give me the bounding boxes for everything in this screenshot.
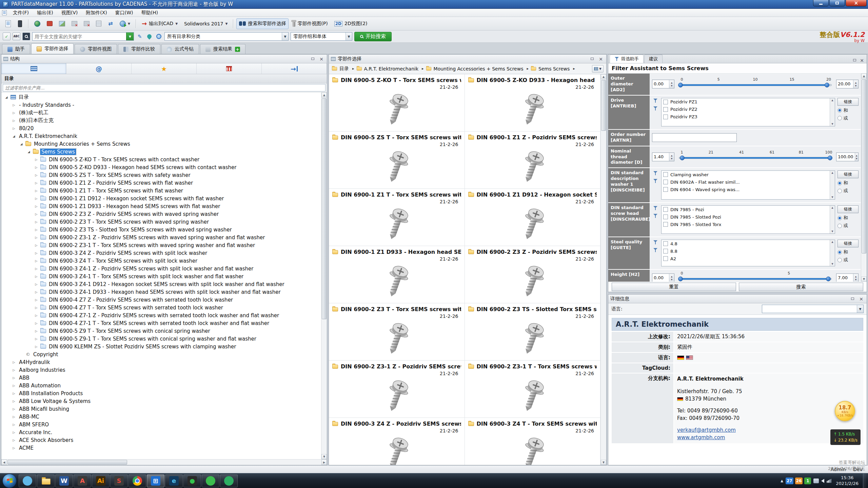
tree-item[interactable]: ▷ DIN 6900-3 Z4 T - Torx SEMS screws wit… (1, 257, 321, 265)
favorites-mode-button[interactable]: ★ (132, 63, 197, 74)
tree-expander-icon[interactable]: ▷ (12, 103, 16, 107)
tree-expander-icon[interactable]: ▷ (34, 283, 39, 286)
scrollbar-thumb[interactable] (7, 460, 127, 465)
tree-item[interactable]: ▷ DIN 6900-4 Z7-1 T - Torx SEMS screws w… (1, 319, 321, 327)
taskbar-app[interactable] (129, 474, 146, 487)
taskbar-app[interactable]: e (165, 474, 183, 487)
part-card[interactable]: DIN 6900-2 Z3 Z - Pozidriv SEMS screws w… (465, 246, 601, 303)
tree-item[interactable]: ▷ DIN 6900-1 Z1 D912 - Hexagon socket SE… (1, 195, 321, 202)
tree-expander-icon[interactable]: ◢ (19, 142, 24, 146)
tree-expander-icon[interactable]: ◢ (26, 150, 31, 154)
close-button[interactable]: × (846, 0, 867, 6)
breadcrumb-item[interactable]: A.R.T. Elektromechanik ▸ (356, 66, 425, 72)
tree-expander-icon[interactable]: ▷ (34, 298, 39, 302)
disabled-tool-button-1[interactable] (69, 18, 80, 29)
taskbar-app[interactable]: ⊞ (147, 474, 164, 487)
tree-item[interactable]: ◢ Mounting Accessories + Sems Screws (1, 140, 321, 148)
tray-badge[interactable]: 1 (804, 477, 811, 484)
taskbar-app[interactable]: ● (183, 474, 201, 487)
structure-panel-header[interactable]: 结构 × (1, 55, 327, 63)
online-catalog-button[interactable] (32, 18, 43, 29)
tree-item[interactable]: ▷ DIN 6900-3 Z4-1 T - Torx SEMS screws w… (1, 272, 321, 280)
tree-expander-icon[interactable]: ▷ (34, 181, 39, 185)
tree-item[interactable]: ▷ DIN 6900-4 Z7 T - Torx SEMS screws wit… (1, 304, 321, 311)
tree-expander-icon[interactable]: ▷ (12, 431, 16, 434)
checkbox[interactable] (663, 241, 668, 246)
start-button[interactable] (2, 474, 17, 488)
tree-expander-icon[interactable]: ▷ (34, 337, 39, 341)
tree-item[interactable]: ▷ DIN 6900-5 ZS T - Torx SEMS screws wit… (1, 171, 321, 179)
menu-item[interactable]: 窗口(W) (111, 9, 137, 17)
menu-item[interactable]: 输出(E) (33, 9, 57, 17)
tree-item[interactable]: ▷ DIN 6900-3 Z4 Z - Pozidriv SEMS screws… (1, 249, 321, 257)
reset-button[interactable]: 重置 (612, 283, 736, 291)
spinner-arrows[interactable]: ▲▼ (853, 274, 858, 282)
tree-item[interactable]: ▷ DIN 6900-3 Z4-1 D933 - Hexagon head SE… (1, 288, 321, 296)
washer-option-listbox[interactable]: Clamping washerDIN 6902A - Flat washer s… (661, 170, 835, 200)
tree-item[interactable]: ▷ ABB Micafil bushing (1, 405, 321, 413)
funnel-icon[interactable] (653, 99, 658, 103)
tree-item[interactable]: ◢ 目录 (1, 93, 321, 101)
float-panel-button[interactable] (851, 57, 858, 63)
filter-option[interactable]: DIN 7985 - Pozi (662, 206, 830, 213)
checkbox[interactable] (663, 172, 668, 177)
scroll-up-icon[interactable]: ▲ (321, 93, 327, 98)
tree-item[interactable]: ▷ - Industry Standards - (1, 101, 321, 109)
filter-option[interactable]: DIN 7985 - Slotted Pozi (662, 213, 830, 221)
close-panel-button[interactable]: × (318, 56, 325, 62)
manufacturer-filter-input[interactable] (3, 84, 326, 92)
tree-expander-icon[interactable]: ▷ (34, 166, 39, 169)
tree-item[interactable]: ▷ ABB (1, 374, 321, 382)
and-radio[interactable]: 和 (837, 180, 859, 186)
network-monitor[interactable]: ↑ 1.5 KB/s ↓ 23.2 KB/s (830, 429, 861, 445)
or-radio[interactable]: 或 (837, 115, 859, 121)
taskbar-app[interactable] (202, 474, 219, 487)
tree-expander-icon[interactable]: ▷ (34, 212, 39, 216)
maximize-button[interactable] (829, 0, 845, 6)
funnel-icon[interactable] (653, 206, 658, 210)
tree-item[interactable]: ▷ DIN 6900-3 Z4-1 D912 - Hexagon socket … (1, 280, 321, 288)
drive-option-listbox[interactable]: Pozidriv PZ1Pozidriv PZ2Pozidriv PZ3 ▲▼ (661, 98, 835, 126)
tree-expander-icon[interactable]: ▷ (34, 290, 39, 294)
tree-expander-icon[interactable]: ▷ (12, 111, 16, 115)
funnel-edit-icon[interactable] (653, 106, 658, 111)
max-value-spinner[interactable]: 100.00▲▼ (836, 152, 859, 161)
checkbox[interactable] (663, 207, 668, 212)
tree-expander-icon[interactable]: ▷ (34, 236, 39, 239)
tree-item[interactable]: ▷ DIN 6900-1 Z1 T - Torx SEMS screws wit… (1, 187, 321, 195)
part-card[interactable]: DIN 6900-3 Z4 T - Torx SEMS screws with … (465, 418, 601, 465)
part-card[interactable]: DIN 6900-1 Z1 T - Torx SEMS screws with … (329, 189, 465, 246)
history-mode-button[interactable]: → (262, 63, 327, 74)
link-button[interactable]: 链接 (837, 170, 859, 178)
slider-handle-min[interactable] (678, 83, 683, 87)
scroll-up-icon[interactable]: ▲ (861, 74, 867, 79)
filter-option[interactable]: Pozidriv PZ1 (662, 98, 830, 106)
minimize-button[interactable] (813, 0, 829, 6)
part-card[interactable]: DIN 6900-2 Z3 TS - Slotted Torx SEMS scr… (465, 303, 601, 361)
checkbox[interactable] (663, 249, 668, 253)
tree-item[interactable]: Copyright (1, 350, 321, 358)
slider-handle-min[interactable] (680, 156, 685, 160)
breadcrumb-item[interactable]: Mounting Accessories + Sems Screws ▸ (426, 66, 530, 72)
main-tab[interactable]: 零部件比较 (118, 44, 160, 54)
tree-expander-icon[interactable]: ▷ (12, 368, 16, 372)
main-tab[interactable]: 零部件视图 (75, 44, 117, 54)
part-card[interactable]: DIN 6900-2 Z3-1 T - Torx SEMS screws wit… (465, 361, 601, 418)
link-button[interactable]: 链接 (837, 98, 859, 106)
view-mode-button[interactable]: ▼ (592, 65, 604, 73)
web-transfer-button[interactable]: ▼ (117, 18, 133, 29)
network-icon[interactable] (827, 479, 831, 483)
table-button[interactable] (93, 18, 104, 29)
filter-vertical-scrollbar[interactable]: ▲ ▼ (861, 74, 867, 282)
export-cad-button[interactable]: →输出到CAD▼ (139, 18, 180, 29)
filter-option[interactable]: Pozidriv PZ3 (662, 113, 830, 121)
or-radio[interactable]: 或 (837, 257, 859, 263)
tree-expander-icon[interactable]: ▷ (34, 267, 39, 270)
min-value-spinner[interactable]: 1.40▲▼ (652, 152, 674, 161)
slider-handle-max[interactable] (825, 83, 829, 87)
tree-item[interactable]: ▷ DIN 6900-5 Z-KO T - Torx SEMS screws w… (1, 156, 321, 163)
tree-item[interactable]: ▷ DIN 6900-5 Z9-1 T - Torx SEMS screws w… (1, 335, 321, 343)
tree-item[interactable]: ▷ ACE Shock Absorbers (1, 436, 321, 444)
tree-expander-icon[interactable]: ▷ (34, 228, 39, 231)
spinner-arrows[interactable]: ▲▼ (669, 274, 674, 282)
